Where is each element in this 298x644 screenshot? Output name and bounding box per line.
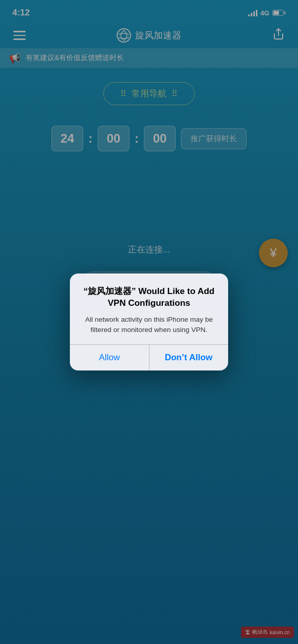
dont-allow-button[interactable]: Don’t Allow	[149, 345, 228, 370]
dialog-message: All network activity on this iPhone may …	[81, 315, 217, 336]
vpn-dialog: “旋风加速器” Would Like to Add VPN Configurat…	[70, 274, 228, 370]
dialog-title: “旋风加速器” Would Like to Add VPN Configurat…	[81, 286, 217, 309]
app-container: 4:12 4G	[0, 0, 298, 644]
dialog-body: “旋风加速器” Would Like to Add VPN Configurat…	[70, 274, 228, 344]
allow-button[interactable]: Allow	[70, 345, 149, 370]
dialog-overlay: “旋风加速器” Would Like to Add VPN Configurat…	[0, 0, 298, 644]
dialog-buttons: Allow Don’t Allow	[70, 345, 228, 370]
